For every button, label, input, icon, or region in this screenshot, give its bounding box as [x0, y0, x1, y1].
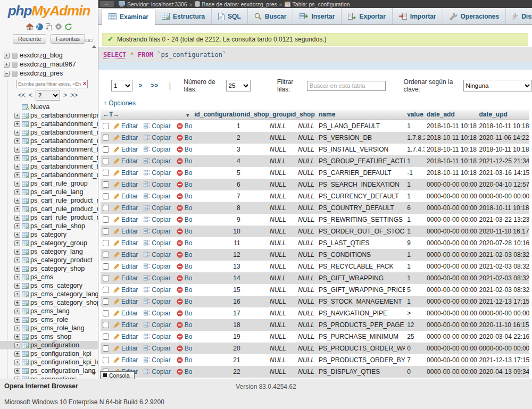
- sidebar-table-item[interactable]: + ps_cart_rule_group: [0, 179, 98, 188]
- collapse-icon[interactable]: −: [4, 71, 10, 77]
- row-checkbox[interactable]: [103, 287, 109, 293]
- expand-icon[interactable]: +: [14, 266, 20, 272]
- expand-icon[interactable]: +: [14, 257, 20, 263]
- sidebar-table-item[interactable]: + ps_cartabandonment_temp: [0, 145, 98, 154]
- expand-icon[interactable]: +: [14, 360, 20, 365]
- sql-query-box[interactable]: SELECT * FROM `ps_configuration`: [98, 47, 532, 62]
- copy-link[interactable]: Copiar: [144, 167, 170, 179]
- delete-link[interactable]: Borrar: [177, 272, 193, 284]
- edit-link[interactable]: Editar: [113, 132, 138, 144]
- row-checkbox[interactable]: [103, 263, 109, 270]
- expand-icon[interactable]: +: [14, 155, 20, 161]
- header-nav-cell[interactable]: ←T→ ▼: [101, 110, 192, 120]
- expand-icon[interactable]: +: [14, 343, 20, 348]
- expand-icon[interactable]: +: [14, 351, 20, 357]
- sidebar-table-item[interactable]: + ps_cms_shop: [0, 332, 98, 341]
- edit-link[interactable]: Editar: [113, 261, 138, 272]
- sidebar-table-item[interactable]: + ps_category_shop: [0, 264, 98, 273]
- copy-link[interactable]: Copiar: [144, 249, 170, 261]
- options-toggle-link[interactable]: + Opciones: [103, 99, 532, 107]
- column-header-value[interactable]: value: [405, 110, 425, 120]
- sidebar-table-item[interactable]: + ps_cart_rule_shop: [0, 222, 98, 230]
- hide-navigation-button[interactable]: ←: [100, 1, 114, 7]
- tab-examinar[interactable]: Examinar: [102, 8, 155, 25]
- tree-first-page-link[interactable]: <<: [18, 91, 26, 99]
- filter-rows-input[interactable]: [307, 81, 386, 91]
- rows-per-page-select[interactable]: 25: [226, 80, 251, 91]
- sidebar-table-item[interactable]: + ps_cart_rule_lang: [0, 188, 98, 196]
- row-checkbox[interactable]: [103, 240, 109, 246]
- tab-buscar[interactable]: Buscar: [248, 8, 294, 24]
- docs-icon[interactable]: [46, 23, 52, 30]
- favorites-button[interactable]: Favoritas: [51, 34, 85, 44]
- column-header-id-configuration[interactable]: id_configuration: [192, 110, 242, 120]
- expand-icon[interactable]: +: [14, 368, 20, 374]
- new-table-item[interactable]: Nueva: [0, 103, 98, 111]
- help-icon[interactable]: ?: [36, 23, 43, 30]
- recent-button[interactable]: Reciente: [13, 34, 46, 44]
- copy-link[interactable]: Copiar: [144, 202, 170, 214]
- delete-link[interactable]: Borrar: [177, 237, 193, 249]
- expand-icon[interactable]: +: [14, 172, 20, 178]
- column-header-id-shop[interactable]: id_shop: [288, 110, 317, 120]
- copy-link[interactable]: Copiar: [144, 366, 170, 378]
- column-header-id-shop-group[interactable]: id_shop_group: [243, 110, 288, 120]
- edit-link[interactable]: Editar: [113, 343, 138, 354]
- refresh-icon[interactable]: [65, 23, 72, 30]
- breadcrumb-server-link[interactable]: Servidor: localhost:3306: [127, 1, 187, 7]
- row-checkbox[interactable]: [103, 298, 109, 305]
- sidebar-table-item[interactable]: + ps_configuration_kpi_lang: [0, 358, 98, 366]
- expand-icon[interactable]: +: [14, 300, 20, 306]
- expand-icon[interactable]: +: [14, 121, 20, 127]
- row-checkbox[interactable]: [103, 193, 109, 199]
- delete-link[interactable]: Borrar: [177, 319, 193, 331]
- copy-link[interactable]: Copiar: [144, 190, 170, 202]
- sidebar-table-item[interactable]: + ps_cartabandonmentpro_c: [0, 111, 98, 120]
- copy-link[interactable]: Copiar: [144, 179, 170, 190]
- copy-link[interactable]: Copiar: [144, 354, 170, 366]
- expand-icon[interactable]: +: [14, 130, 20, 136]
- expand-icon[interactable]: +: [4, 62, 10, 68]
- delete-link[interactable]: Borrar: [177, 307, 193, 319]
- delete-link[interactable]: Borrar: [177, 202, 193, 214]
- sidebar-table-item[interactable]: + ps_cms_category_lang: [0, 290, 98, 298]
- edit-link[interactable]: Editar: [113, 354, 138, 366]
- row-checkbox[interactable]: [103, 158, 109, 164]
- sidebar-table-item[interactable]: + ps_cart_rule_product_rule: [0, 196, 98, 205]
- expand-icon[interactable]: +: [14, 283, 20, 289]
- sort-key-select[interactable]: Ninguna: [463, 80, 532, 91]
- tab-estructura[interactable]: Estructura: [155, 8, 212, 24]
- delete-link[interactable]: Borrar: [177, 249, 193, 261]
- edit-link[interactable]: Editar: [113, 331, 138, 343]
- column-header-date-upd[interactable]: date_upd: [477, 110, 529, 120]
- copy-link[interactable]: Copiar: [144, 261, 170, 272]
- sort-indicator-icon[interactable]: ▼: [185, 113, 190, 118]
- row-checkbox[interactable]: [103, 275, 109, 281]
- expand-icon[interactable]: +: [14, 198, 20, 204]
- expand-icon[interactable]: +: [14, 334, 20, 340]
- sidebar-table-item[interactable]: + ps_configuration_lang: [0, 366, 98, 375]
- row-checkbox[interactable]: [103, 322, 109, 328]
- delete-link[interactable]: Borrar: [177, 190, 193, 202]
- column-header-name[interactable]: name: [317, 110, 405, 120]
- delete-link[interactable]: Borrar: [177, 214, 193, 226]
- sidebar-database-item-expanded[interactable]: − esxdcrzg_pres: [0, 69, 98, 78]
- last-page-link[interactable]: >>: [149, 82, 161, 89]
- delete-link[interactable]: Borrar: [177, 261, 193, 272]
- expand-icon[interactable]: +: [14, 325, 20, 331]
- sidebar-table-item[interactable]: + ps_configuration: [0, 341, 98, 349]
- expand-icon[interactable]: +: [14, 113, 20, 119]
- sidebar-table-item[interactable]: + ps_cartabandonment_temp: [0, 162, 98, 171]
- tab-disparadores[interactable]: Disparadores: [506, 8, 532, 24]
- sidebar-table-item[interactable]: + ps_cms_role_lang: [0, 324, 98, 332]
- tree-page-select[interactable]: 2: [36, 90, 60, 101]
- sidebar-table-item[interactable]: + ps_cartabandonment_remi: [0, 137, 98, 145]
- tree-filter-input[interactable]: [16, 80, 88, 88]
- edit-link[interactable]: Editar: [113, 179, 138, 190]
- delete-link[interactable]: Borrar: [177, 343, 193, 354]
- expand-icon[interactable]: +: [14, 223, 20, 229]
- sidebar-table-item[interactable]: + ps_cms_lang: [0, 307, 98, 315]
- delete-link[interactable]: Borrar: [177, 366, 193, 378]
- page-select[interactable]: 1: [111, 80, 132, 91]
- edit-link[interactable]: Editar: [113, 307, 138, 319]
